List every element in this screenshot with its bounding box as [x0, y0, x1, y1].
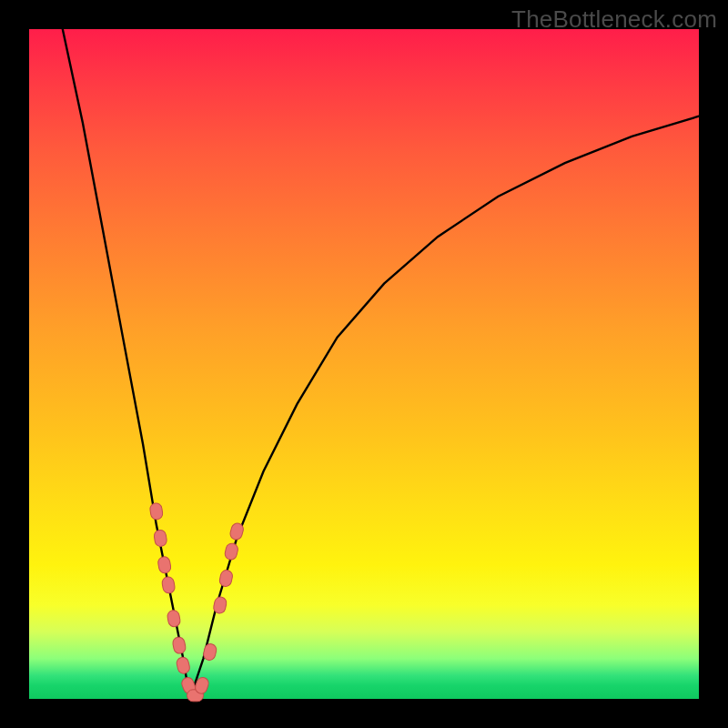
sample-marker	[218, 569, 233, 587]
bottleneck-curve-right	[190, 116, 699, 699]
bottleneck-curve-left	[63, 29, 190, 699]
chart-frame: TheBottleneck.com	[0, 0, 728, 728]
svg-rect-2	[157, 556, 172, 574]
sample-marker	[167, 610, 181, 628]
sample-marker	[149, 502, 164, 521]
marker-layer	[149, 502, 245, 702]
svg-rect-5	[172, 636, 187, 654]
sample-marker	[154, 530, 168, 548]
svg-rect-13	[224, 542, 239, 561]
sample-marker	[161, 576, 176, 594]
plot-area	[29, 29, 699, 699]
svg-rect-0	[149, 502, 164, 521]
chart-svg	[29, 29, 699, 699]
svg-rect-4	[167, 610, 181, 628]
svg-rect-6	[176, 656, 191, 674]
sample-marker	[202, 642, 217, 661]
svg-rect-10	[202, 642, 217, 661]
sample-marker	[224, 542, 239, 561]
svg-rect-1	[154, 530, 168, 548]
curve-layer	[63, 29, 699, 699]
sample-marker	[157, 556, 172, 574]
svg-rect-3	[161, 576, 176, 594]
svg-rect-12	[218, 569, 233, 587]
sample-marker	[172, 636, 187, 654]
sample-marker	[176, 656, 191, 674]
